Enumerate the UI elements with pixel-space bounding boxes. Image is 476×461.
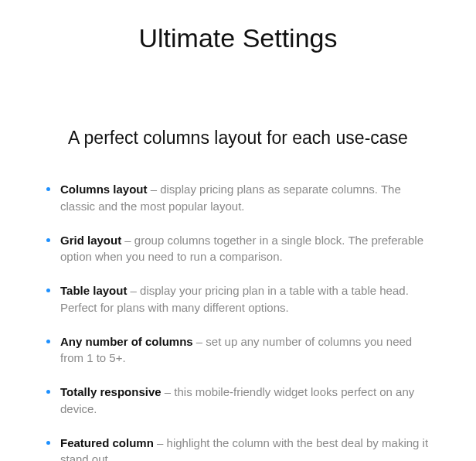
bullet-icon (46, 289, 50, 292)
feature-term: Featured column (60, 436, 154, 449)
feature-term: Columns layout (60, 183, 148, 196)
feature-term: Grid layout (60, 234, 121, 247)
feature-term: Totally responsive (60, 385, 162, 398)
list-item: Grid layout – group columns together in … (45, 232, 431, 266)
feature-list: Columns layout – display pricing plans a… (40, 181, 436, 461)
bullet-icon (46, 238, 50, 242)
bullet-icon (46, 390, 50, 394)
bullet-icon (46, 187, 50, 191)
bullet-icon (46, 340, 50, 343)
list-item: Table layout – display your pricing plan… (45, 282, 431, 316)
list-item: Any number of columns – set up any numbe… (45, 333, 431, 367)
page-subtitle: A perfect columns layout for each use-ca… (40, 128, 436, 149)
list-item: Columns layout – display pricing plans a… (45, 181, 431, 215)
page-title: Ultimate Settings (40, 23, 436, 53)
list-item: Featured column – highlight the column w… (45, 435, 431, 462)
page: Ultimate Settings A perfect columns layo… (0, 0, 476, 461)
feature-term: Table layout (60, 284, 127, 297)
bullet-icon (46, 441, 50, 445)
feature-term: Any number of columns (60, 335, 193, 348)
list-item: Totally responsive – this mobile-friendl… (45, 384, 431, 418)
